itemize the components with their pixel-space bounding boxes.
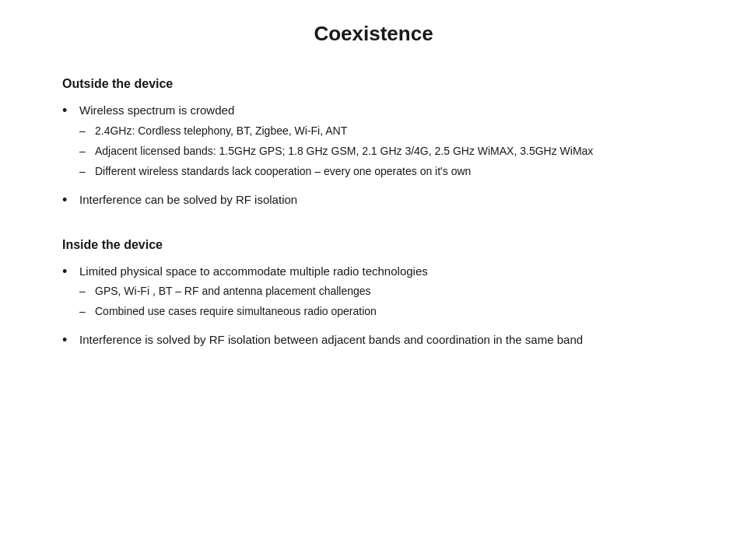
outside-bullet-list: • Wireless spectrum is crowded – 2.4GHz:… [62,102,685,210]
list-item: – GPS, Wi-Fi , BT – RF and antenna place… [79,283,685,299]
list-item: – 2.4GHz: Cordless telephony, BT, Zigbee… [79,123,685,139]
section-heading-outside: Outside the device [62,77,685,91]
dash-icon: – [79,303,95,320]
sub-item-24ghz: 2.4GHz: Cordless telephony, BT, Zigbee, … [95,123,685,139]
list-item: – Combined use cases require simultaneou… [79,303,685,320]
sub-item-combined: Combined use cases require simultaneous … [95,303,685,320]
dash-icon: – [79,163,95,180]
bullet-text-limited: Limited physical space to accommodate mu… [79,264,428,278]
inside-bullet-list: • Limited physical space to accommodate … [62,263,685,351]
list-item: • Wireless spectrum is crowded – 2.4GHz:… [62,102,685,184]
section-outside: Outside the device • Wireless spectrum i… [62,77,685,210]
dash-icon: – [79,283,95,299]
section-inside: Inside the device • Limited physical spa… [62,238,685,351]
bullet-dot: • [62,331,79,350]
sub-list-wireless: – 2.4GHz: Cordless telephony, BT, Zigbee… [79,123,685,180]
bullet-text-wireless: Wireless spectrum is crowded [79,103,234,117]
dash-icon: – [79,123,95,139]
page-title: Coexistence [0,22,747,46]
list-item: • Interference can be solved by RF isola… [62,191,685,210]
sub-item-different: Different wireless standards lack cooper… [95,163,685,180]
bullet-dot: • [62,191,79,210]
bullet-text-interference-outside: Interference can be solved by RF isolati… [79,193,297,206]
section-heading-inside: Inside the device [62,238,685,252]
sub-list-inside: – GPS, Wi-Fi , BT – RF and antenna place… [79,283,685,320]
list-item: – Different wireless standards lack coop… [79,163,685,180]
sub-item-adjacent: Adjacent licensed bands: 1.5GHz GPS; 1.8… [95,143,685,159]
bullet-dot: • [62,101,79,121]
list-item: – Adjacent licensed bands: 1.5GHz GPS; 1… [79,143,685,159]
sub-item-gps: GPS, Wi-Fi , BT – RF and antenna placeme… [95,283,685,299]
list-item: • Limited physical space to accommodate … [62,263,685,324]
content-area: Outside the device • Wireless spectrum i… [47,77,700,378]
dash-icon: – [79,143,95,159]
bullet-text-interference-inside: Interference is solved by RF isolation b… [79,333,583,346]
list-item: • Interference is solved by RF isolation… [62,331,685,350]
bullet-dot: • [62,262,79,282]
